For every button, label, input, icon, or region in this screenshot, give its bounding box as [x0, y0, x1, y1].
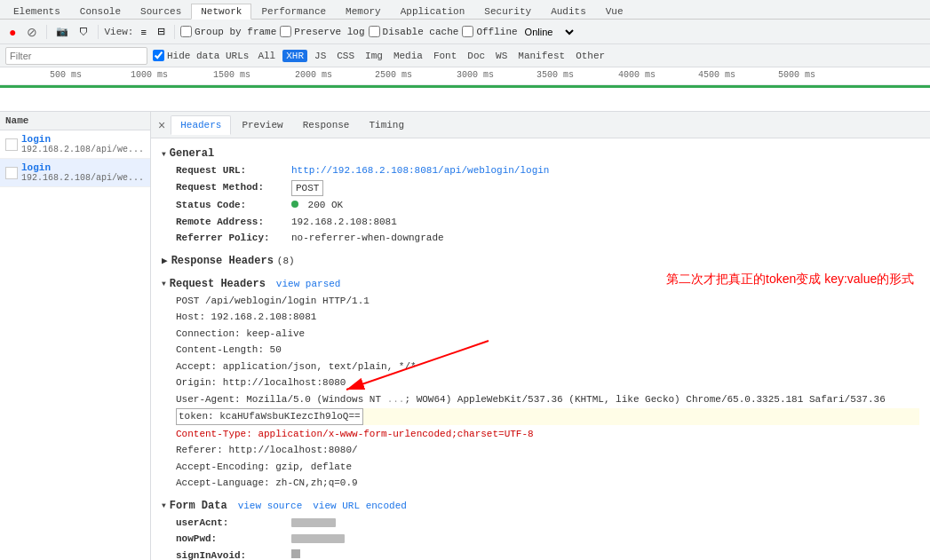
referrer-policy-row: Referrer Policy: no-referrer-when-downgr…	[176, 231, 919, 246]
request-name: login	[21, 134, 144, 145]
form-data-title: Form Data	[170, 500, 227, 512]
form-field-label: signInAvoid:	[176, 548, 291, 561]
detail-tabs: × Headers Preview Response Timing	[151, 112, 930, 138]
tab-sources[interactable]: Sources	[131, 4, 191, 19]
request-method-label: Request Method:	[176, 180, 291, 197]
tab-preview[interactable]: Preview	[233, 116, 291, 134]
remote-address-row: Remote Address: 192.168.2.108:8081	[176, 215, 919, 230]
hide-data-urls-input[interactable]	[153, 50, 164, 61]
filter-font[interactable]: Font	[430, 50, 460, 62]
view-label: View:	[104, 27, 133, 37]
disable-cache-checkbox[interactable]: Disable cache	[369, 26, 459, 37]
throttle-select[interactable]: Online Fast 3G Slow 3G Offline	[521, 26, 576, 38]
tab-memory[interactable]: Memory	[336, 4, 391, 19]
tab-timing[interactable]: Timing	[360, 116, 413, 134]
group-by-frame-label: Group by frame	[195, 27, 276, 37]
filter-ws[interactable]: WS	[492, 50, 511, 62]
timeline-mark-1000: 1000 ms	[131, 70, 168, 80]
filter-doc[interactable]: Doc	[464, 50, 489, 62]
tab-response[interactable]: Response	[294, 116, 359, 134]
preserve-log-label: Preserve log	[294, 27, 364, 37]
header-item: Accept-Language: zh-CN,zh;q=0.9	[176, 476, 919, 491]
preserve-log-input[interactable]	[280, 26, 291, 37]
header-value: Accept-Language: zh-CN,zh;q=0.9	[176, 476, 358, 491]
tab-elements[interactable]: Elements	[4, 4, 70, 19]
header-value: Accept: application/json, text/plain, */…	[176, 359, 417, 375]
close-button[interactable]: ×	[158, 118, 165, 132]
form-data-section: ▼ Form Data view source view URL encoded…	[162, 498, 919, 561]
request-headers-title: Request Headers	[170, 278, 266, 290]
view-parsed-link[interactable]: view parsed	[276, 279, 341, 289]
header-item: Connection: keep-alive	[176, 327, 919, 342]
toolbar-separator-3	[174, 25, 175, 39]
general-triangle: ▼	[162, 150, 166, 158]
tab-console[interactable]: Console	[70, 4, 131, 19]
filter-xhr[interactable]: XHR	[282, 50, 307, 62]
filter-button[interactable]: ⛉	[76, 25, 92, 39]
record-button[interactable]: ●	[5, 23, 20, 41]
filter-css[interactable]: CSS	[333, 50, 358, 62]
header-item: Origin: http://localhost:8080	[176, 375, 919, 390]
request-method-row: Request Method: POST	[176, 180, 919, 197]
view-source-link[interactable]: view source	[238, 501, 303, 511]
timeline-mark-5000: 5000 ms	[778, 70, 815, 80]
timeline-mark-3500: 3500 ms	[537, 70, 574, 80]
disable-cache-label: Disable cache	[383, 27, 459, 37]
tab-audits[interactable]: Audits	[541, 4, 596, 19]
header-value: POST /api/weblogin/login HTTP/1.1	[176, 294, 370, 309]
filter-manifest[interactable]: Manifest	[514, 50, 568, 62]
hide-data-urls-checkbox[interactable]: Hide data URLs	[153, 50, 249, 61]
request-headers-header[interactable]: ▼ Request Headers view parsed	[162, 276, 919, 292]
form-field-label: userAcnt:	[176, 516, 291, 531]
tab-headers[interactable]: Headers	[171, 115, 231, 135]
request-info: login 192.168.2.108/api/we...	[21, 162, 144, 183]
offline-checkbox[interactable]: Offline	[462, 26, 517, 37]
token-value: token: kcaHUfaWsbuKIezcIh9loQ==	[176, 408, 363, 425]
response-headers-section: ▶ Response Headers (8)	[162, 253, 919, 269]
request-url-label: Request URL:	[176, 163, 291, 178]
list-item[interactable]: login 192.168.2.108/api/we...	[0, 130, 150, 159]
content-type-row: Content-Type: application/x-www-form-url…	[176, 427, 919, 442]
filter-input[interactable]	[5, 47, 147, 65]
form-field-value	[291, 548, 300, 561]
stop-button[interactable]: ⊘	[23, 23, 41, 41]
tab-vue[interactable]: Vue	[596, 4, 633, 19]
header-value: Accept-Encoding: gzip, deflate	[176, 460, 352, 475]
camera-button[interactable]: 📷	[52, 24, 72, 39]
tab-security[interactable]: Security	[474, 4, 541, 19]
filter-all[interactable]: All	[254, 50, 279, 62]
general-body: Request URL: http://192.168.2.108:8081/a…	[162, 163, 919, 246]
request-info: login 192.168.2.108/api/we...	[21, 134, 144, 154]
remote-address-value: 192.168.2.108:8081	[291, 215, 397, 230]
filter-media[interactable]: Media	[390, 50, 426, 62]
list-item[interactable]: login 192.168.2.108/api/we...	[0, 159, 150, 187]
tab-performance[interactable]: Performance	[251, 4, 336, 19]
group-by-frame-checkbox[interactable]: Group by frame	[180, 26, 276, 37]
form-data-body: userAcnt: nowPwd: signInAvoid:	[162, 516, 919, 561]
view-url-encoded-link[interactable]: view URL encoded	[313, 501, 407, 511]
timeline-mark-3000: 3000 ms	[457, 70, 494, 80]
content-type-value: Content-Type: application/x-www-form-url…	[176, 427, 534, 442]
list-view-button[interactable]: ≡	[137, 25, 149, 39]
disable-cache-input[interactable]	[369, 26, 380, 37]
request-headers-body: POST /api/weblogin/login HTTP/1.1 Host: …	[162, 294, 919, 491]
referrer-policy-value: no-referrer-when-downgrade	[291, 231, 444, 246]
header-value: Content-Length: 50	[176, 343, 282, 358]
tab-network[interactable]: Network	[191, 4, 251, 20]
filter-img[interactable]: Img	[362, 50, 386, 62]
offline-label: Offline	[476, 27, 517, 37]
timeline-mark-500: 500 ms	[50, 70, 82, 80]
preserve-log-checkbox[interactable]: Preserve log	[280, 26, 364, 37]
grid-view-button[interactable]: ⊟	[154, 24, 169, 39]
general-section-header[interactable]: ▼ General	[162, 146, 919, 162]
offline-input[interactable]	[462, 26, 473, 37]
filter-js[interactable]: JS	[311, 50, 330, 62]
form-data-header[interactable]: ▼ Form Data view source view URL encoded	[162, 498, 919, 514]
tab-application[interactable]: Application	[391, 4, 475, 19]
header-item: User-Agent: Mozilla/5.0 (Windows NT ...;…	[176, 392, 919, 407]
timeline-mark-2500: 2500 ms	[375, 70, 412, 80]
response-headers-header[interactable]: ▶ Response Headers (8)	[162, 253, 919, 269]
group-by-frame-input[interactable]	[180, 26, 192, 37]
filter-other[interactable]: Other	[572, 50, 608, 62]
main-content: Name login 192.168.2.108/api/we... login…	[0, 112, 930, 560]
